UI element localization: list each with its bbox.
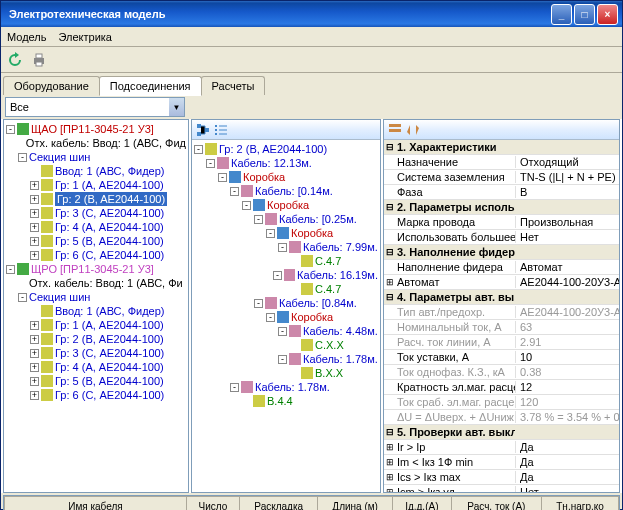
tree-toggle[interactable]: - — [242, 201, 251, 210]
tree-toggle[interactable]: + — [30, 237, 39, 246]
tree-node[interactable]: +Гр: 3 (С, AE2044-100) — [6, 346, 186, 360]
menu-electric[interactable]: Электрика — [58, 31, 112, 43]
column-header[interactable]: Iд.д.(А) — [392, 497, 451, 511]
middle-tree[interactable]: -Гр: 2 (B, AE2044-100)-Кабель: 12.13м.-К… — [192, 140, 380, 492]
property-row[interactable]: Марка проводаПроизвольная — [384, 215, 619, 230]
tree-node[interactable]: -Кабель: 1.78м. — [194, 380, 378, 394]
tree-node[interactable]: -Коробка — [194, 198, 378, 212]
tree-toggle[interactable]: - — [278, 243, 287, 252]
property-row[interactable]: Кратность эл.маг. расце12 — [384, 380, 619, 395]
tree-toggle[interactable]: + — [30, 209, 39, 218]
maximize-button[interactable]: □ — [574, 4, 595, 25]
property-row[interactable]: Наполнение фидераАвтомат — [384, 260, 619, 275]
column-header[interactable]: Число — [186, 497, 239, 511]
tree-toggle[interactable]: - — [266, 313, 275, 322]
tree-toggle[interactable]: - — [266, 229, 275, 238]
tab-connections[interactable]: Подсоединения — [99, 76, 202, 96]
tree-toggle[interactable]: - — [278, 355, 287, 364]
property-row[interactable]: ⊞Ir > IpДа — [384, 440, 619, 455]
tree-node[interactable]: -Коробка — [194, 310, 378, 324]
tree-toggle[interactable]: - — [194, 145, 203, 154]
tree-toggle[interactable]: + — [30, 223, 39, 232]
tree-node[interactable]: -Секция шин — [6, 150, 186, 164]
property-row[interactable]: ФазаВ — [384, 185, 619, 200]
tree-node[interactable]: С.X.X — [194, 338, 378, 352]
tree-node[interactable]: +Гр: 5 (В, AE2044-100) — [6, 234, 186, 248]
tree-toggle[interactable]: - — [278, 327, 287, 336]
sort-icon[interactable] — [406, 123, 420, 137]
tree-toggle[interactable]: + — [30, 251, 39, 260]
tree-node[interactable]: +Гр: 4 (А, AE2044-100) — [6, 360, 186, 374]
tree-node[interactable]: +Гр: 1 (А, AE2044-100) — [6, 318, 186, 332]
tree-node[interactable]: -Коробка — [194, 170, 378, 184]
tree-toggle[interactable]: - — [230, 383, 239, 392]
tree-toggle[interactable]: + — [30, 335, 39, 344]
property-row[interactable]: Система заземленияTN-S (|L| + N + PE) — [384, 170, 619, 185]
filter-input[interactable] — [6, 101, 169, 113]
tree-node[interactable]: -Кабель: [0.84м. — [194, 296, 378, 310]
cable-table[interactable]: Имя кабеляЧислоРаскладкаДлина (м)Iд.д.(А… — [3, 495, 620, 510]
tree-node[interactable]: -Кабель: 7.99м. — [194, 240, 378, 254]
column-header[interactable]: Тн.нагр.ко — [542, 497, 619, 511]
tree-node[interactable]: С.4.7 — [194, 254, 378, 268]
tree-node[interactable]: +Гр: 6 (С, AE2044-100) — [6, 388, 186, 402]
property-row[interactable]: Ток уставки, А10 — [384, 350, 619, 365]
tree-node[interactable]: +Гр: 4 (А, AE2044-100) — [6, 220, 186, 234]
column-header[interactable]: Длина (м) — [318, 497, 392, 511]
property-row[interactable]: ⊞Im < Iкз 1Ф minДа — [384, 455, 619, 470]
tree-toggle[interactable]: - — [6, 265, 15, 274]
properties-panel[interactable]: ⊟1. ХарактеристикиНазначениеОтходящийСис… — [384, 140, 619, 493]
tree-node[interactable]: В.X.X — [194, 366, 378, 380]
tree-toggle[interactable]: + — [30, 363, 39, 372]
tree-node[interactable]: -Гр: 2 (B, AE2044-100) — [194, 142, 378, 156]
tree-toggle[interactable]: + — [30, 321, 39, 330]
menu-model[interactable]: Модель — [7, 31, 46, 43]
print-icon[interactable] — [31, 52, 47, 68]
tree-node[interactable]: +Гр: 1 (А, AE2044-100) — [6, 178, 186, 192]
tree-node[interactable]: -ЩРО [ПР11-3045-21 У3] — [6, 262, 186, 276]
tree-toggle[interactable]: - — [273, 271, 282, 280]
tree-node[interactable]: Отх. кабель: Ввод: 1 (АВС, Фи — [6, 276, 186, 290]
tab-calculations[interactable]: Расчеты — [201, 76, 266, 95]
property-row[interactable]: НазначениеОтходящий — [384, 155, 619, 170]
category-icon[interactable] — [388, 123, 402, 137]
tree-toggle[interactable]: + — [30, 181, 39, 190]
tree-toggle[interactable]: - — [6, 125, 15, 134]
chevron-down-icon[interactable]: ▼ — [169, 98, 184, 116]
tree-node[interactable]: В.4.4 — [194, 394, 378, 408]
property-row[interactable]: ⊞Icm > Iкз уд.Нет — [384, 485, 619, 493]
tree-toggle[interactable]: - — [230, 187, 239, 196]
tree-node[interactable]: -Кабель: 1.78м. — [194, 352, 378, 366]
tree-node[interactable]: -Кабель: 12.13м. — [194, 156, 378, 170]
tree-node[interactable]: -Кабель: 16.19м. — [194, 268, 378, 282]
minimize-button[interactable]: _ — [551, 4, 572, 25]
tree-node[interactable]: +Гр: 3 (С, AE2044-100) — [6, 206, 186, 220]
property-row[interactable]: ⊞АвтоматAE2044-100-20У3-А — [384, 275, 619, 290]
tree-node[interactable]: С.4.7 — [194, 282, 378, 296]
column-header[interactable]: Имя кабеля — [5, 497, 187, 511]
tree-node[interactable]: -Кабель: [0.25м. — [194, 212, 378, 226]
column-header[interactable]: Расч. ток (А) — [451, 497, 541, 511]
tree-toggle[interactable]: - — [18, 153, 27, 162]
tree-node[interactable]: +Гр: 2 (B, AE2044-100) — [6, 192, 186, 206]
refresh-icon[interactable] — [7, 52, 23, 68]
tree-node[interactable]: -Коробка — [194, 226, 378, 240]
tree-toggle[interactable]: + — [30, 377, 39, 386]
tree-toggle[interactable]: + — [30, 195, 39, 204]
tree-toggle[interactable]: - — [254, 299, 263, 308]
tree-toggle[interactable]: - — [206, 159, 215, 168]
tree-toggle[interactable]: + — [30, 349, 39, 358]
tree-node[interactable]: +Гр: 5 (В, AE2044-100) — [6, 374, 186, 388]
column-header[interactable]: Раскладка — [239, 497, 317, 511]
tree-node[interactable]: -Секция шин — [6, 290, 186, 304]
tab-equipment[interactable]: Оборудование — [3, 76, 100, 95]
tree-node[interactable]: Ввод: 1 (АВС, Фидер) — [6, 164, 186, 178]
tree-node[interactable]: Отх. кабель: Ввод: 1 (АВС, Фид — [6, 136, 186, 150]
left-tree[interactable]: -ЩАО [ПР11-3045-21 У3]Отх. кабель: Ввод:… — [4, 120, 188, 472]
tree-toggle[interactable]: - — [254, 215, 263, 224]
tree-node[interactable]: -Кабель: 4.48м. — [194, 324, 378, 338]
property-row[interactable]: ⊞Ics > Iкз maxДа — [384, 470, 619, 485]
list-icon[interactable] — [214, 123, 228, 137]
tree-toggle[interactable]: + — [30, 391, 39, 400]
tree-node[interactable]: -ЩАО [ПР11-3045-21 У3] — [6, 122, 186, 136]
